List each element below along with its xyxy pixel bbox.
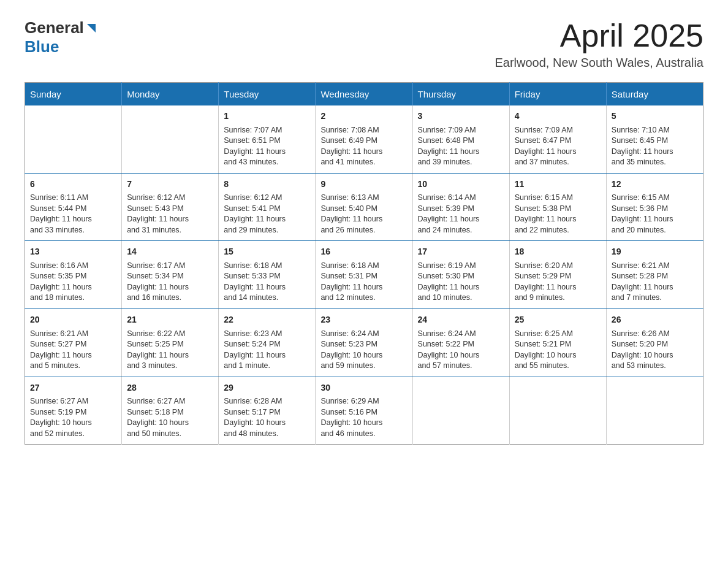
day-info: Sunrise: 7:09 AMSunset: 6:47 PMDaylight:…: [515, 125, 601, 168]
weekday-header: Wednesday: [316, 83, 412, 106]
calendar-cell: 23Sunrise: 6:24 AMSunset: 5:23 PMDayligh…: [316, 308, 412, 377]
calendar-week-row: 13Sunrise: 6:16 AMSunset: 5:35 PMDayligh…: [25, 241, 703, 309]
day-number: 23: [320, 314, 407, 326]
calendar-table: SundayMondayTuesdayWednesdayThursdayFrid…: [25, 82, 703, 445]
calendar-cell: 30Sunrise: 6:29 AMSunset: 5:16 PMDayligh…: [316, 377, 412, 445]
day-number: 16: [320, 246, 407, 258]
day-info: Sunrise: 6:18 AMSunset: 5:33 PMDaylight:…: [224, 261, 310, 304]
logo-area: General Blue: [25, 18, 99, 56]
calendar-cell: 20Sunrise: 6:21 AMSunset: 5:27 PMDayligh…: [25, 308, 122, 377]
calendar-cell: 24Sunrise: 6:24 AMSunset: 5:22 PMDayligh…: [412, 308, 509, 377]
day-number: 24: [418, 314, 504, 326]
day-info: Sunrise: 6:15 AMSunset: 5:38 PMDaylight:…: [515, 193, 601, 236]
calendar-cell: 28Sunrise: 6:27 AMSunset: 5:18 PMDayligh…: [122, 377, 219, 445]
day-info: Sunrise: 6:19 AMSunset: 5:30 PMDaylight:…: [418, 261, 504, 304]
weekday-header: Friday: [509, 83, 606, 106]
weekday-header: Monday: [122, 83, 219, 106]
day-number: 20: [30, 314, 116, 326]
calendar-cell: 22Sunrise: 6:23 AMSunset: 5:24 PMDayligh…: [219, 308, 316, 377]
calendar-week-row: 27Sunrise: 6:27 AMSunset: 5:19 PMDayligh…: [25, 377, 703, 445]
calendar-cell: 27Sunrise: 6:27 AMSunset: 5:19 PMDayligh…: [25, 377, 122, 445]
weekday-header: Sunday: [25, 83, 122, 106]
calendar-cell: 10Sunrise: 6:14 AMSunset: 5:39 PMDayligh…: [412, 173, 509, 241]
day-number: 3: [418, 110, 504, 123]
logo-blue-text: Blue: [25, 37, 59, 56]
weekday-header: Saturday: [606, 83, 703, 106]
day-number: 6: [30, 178, 116, 191]
day-number: 30: [320, 382, 407, 394]
calendar-cell: 17Sunrise: 6:19 AMSunset: 5:30 PMDayligh…: [412, 241, 509, 309]
day-info: Sunrise: 6:22 AMSunset: 5:25 PMDaylight:…: [127, 329, 213, 372]
day-number: 21: [127, 314, 213, 326]
day-info: Sunrise: 6:18 AMSunset: 5:31 PMDaylight:…: [320, 261, 407, 304]
day-info: Sunrise: 6:24 AMSunset: 5:22 PMDaylight:…: [418, 329, 504, 372]
logo: General: [25, 18, 99, 37]
day-number: 25: [515, 314, 601, 326]
day-number: 17: [418, 246, 504, 258]
day-info: Sunrise: 6:21 AMSunset: 5:27 PMDaylight:…: [30, 329, 116, 372]
weekday-header: Thursday: [412, 83, 509, 106]
day-info: Sunrise: 7:08 AMSunset: 6:49 PMDaylight:…: [320, 125, 407, 168]
calendar-cell: 15Sunrise: 6:18 AMSunset: 5:33 PMDayligh…: [219, 241, 316, 309]
day-number: 12: [612, 178, 698, 191]
day-number: 19: [612, 246, 698, 258]
day-number: 5: [612, 110, 698, 123]
svg-marker-0: [87, 24, 96, 33]
day-number: 13: [30, 246, 116, 258]
day-info: Sunrise: 6:16 AMSunset: 5:35 PMDaylight:…: [30, 261, 116, 304]
logo-general-text: General: [25, 18, 84, 37]
day-info: Sunrise: 6:14 AMSunset: 5:39 PMDaylight:…: [418, 193, 504, 236]
day-number: 7: [127, 178, 213, 191]
calendar-header-row: SundayMondayTuesdayWednesdayThursdayFrid…: [25, 83, 703, 106]
calendar-cell: [122, 105, 219, 173]
page-header: General Blue April 2025 Earlwood, New So…: [25, 18, 703, 70]
day-info: Sunrise: 7:07 AMSunset: 6:51 PMDaylight:…: [224, 125, 310, 168]
day-info: Sunrise: 6:23 AMSunset: 5:24 PMDaylight:…: [224, 329, 310, 372]
calendar-cell: 14Sunrise: 6:17 AMSunset: 5:34 PMDayligh…: [122, 241, 219, 309]
calendar-week-row: 6Sunrise: 6:11 AMSunset: 5:44 PMDaylight…: [25, 173, 703, 241]
day-number: 8: [224, 178, 310, 191]
day-number: 15: [224, 246, 310, 258]
calendar-cell: [412, 377, 509, 445]
day-info: Sunrise: 6:15 AMSunset: 5:36 PMDaylight:…: [612, 193, 698, 236]
calendar-cell: 6Sunrise: 6:11 AMSunset: 5:44 PMDaylight…: [25, 173, 122, 241]
day-info: Sunrise: 6:25 AMSunset: 5:21 PMDaylight:…: [515, 329, 601, 372]
calendar-cell: 1Sunrise: 7:07 AMSunset: 6:51 PMDaylight…: [219, 105, 316, 173]
day-info: Sunrise: 6:27 AMSunset: 5:19 PMDaylight:…: [30, 396, 116, 439]
day-info: Sunrise: 7:09 AMSunset: 6:48 PMDaylight:…: [418, 125, 504, 168]
calendar-week-row: 20Sunrise: 6:21 AMSunset: 5:27 PMDayligh…: [25, 308, 703, 377]
day-info: Sunrise: 6:27 AMSunset: 5:18 PMDaylight:…: [127, 396, 213, 439]
day-info: Sunrise: 7:10 AMSunset: 6:45 PMDaylight:…: [612, 125, 698, 168]
day-number: 11: [515, 178, 601, 191]
weekday-header: Tuesday: [219, 83, 316, 106]
day-info: Sunrise: 6:13 AMSunset: 5:40 PMDaylight:…: [320, 193, 407, 236]
calendar-cell: 4Sunrise: 7:09 AMSunset: 6:47 PMDaylight…: [509, 105, 606, 173]
calendar-cell: 3Sunrise: 7:09 AMSunset: 6:48 PMDaylight…: [412, 105, 509, 173]
calendar-cell: [25, 105, 122, 173]
day-info: Sunrise: 6:12 AMSunset: 5:43 PMDaylight:…: [127, 193, 213, 236]
day-number: 4: [515, 110, 601, 123]
calendar-cell: 25Sunrise: 6:25 AMSunset: 5:21 PMDayligh…: [509, 308, 606, 377]
day-number: 29: [224, 382, 310, 394]
day-info: Sunrise: 6:12 AMSunset: 5:41 PMDaylight:…: [224, 193, 310, 236]
day-number: 9: [320, 178, 407, 191]
calendar-cell: 13Sunrise: 6:16 AMSunset: 5:35 PMDayligh…: [25, 241, 122, 309]
location-title: Earlwood, New South Wales, Australia: [495, 56, 703, 70]
day-info: Sunrise: 6:17 AMSunset: 5:34 PMDaylight:…: [127, 261, 213, 304]
day-info: Sunrise: 6:26 AMSunset: 5:20 PMDaylight:…: [612, 329, 698, 372]
day-info: Sunrise: 6:20 AMSunset: 5:29 PMDaylight:…: [515, 261, 601, 304]
day-number: 10: [418, 178, 504, 191]
calendar-cell: 18Sunrise: 6:20 AMSunset: 5:29 PMDayligh…: [509, 241, 606, 309]
calendar-cell: 29Sunrise: 6:28 AMSunset: 5:17 PMDayligh…: [219, 377, 316, 445]
day-number: 22: [224, 314, 310, 326]
day-number: 2: [320, 110, 407, 123]
day-info: Sunrise: 6:28 AMSunset: 5:17 PMDaylight:…: [224, 396, 310, 439]
day-number: 27: [30, 382, 116, 394]
day-number: 1: [224, 110, 310, 123]
calendar-cell: 12Sunrise: 6:15 AMSunset: 5:36 PMDayligh…: [606, 173, 703, 241]
day-number: 26: [612, 314, 698, 326]
month-title: April 2025: [495, 18, 703, 53]
calendar-cell: 7Sunrise: 6:12 AMSunset: 5:43 PMDaylight…: [122, 173, 219, 241]
title-area: April 2025 Earlwood, New South Wales, Au…: [495, 18, 703, 70]
calendar-cell: 16Sunrise: 6:18 AMSunset: 5:31 PMDayligh…: [316, 241, 412, 309]
